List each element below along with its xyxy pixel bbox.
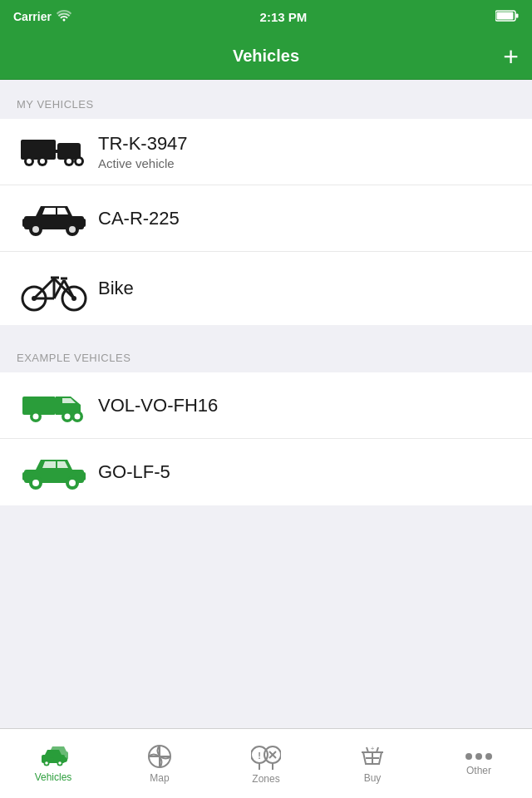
vehicle-info-car-225: CA-R-225 [91, 208, 515, 229]
content-area: MY VEHICLES [0, 80, 532, 728]
nav-title: Vehicles [233, 47, 299, 66]
vehicle-info-golf: GO-LF-5 [91, 461, 515, 483]
tab-buy-label: Buy [364, 772, 382, 784]
vehicle-name: TR-K-3947 [98, 133, 515, 155]
my-vehicles-list: TR-K-3947 Active vehicle [0, 119, 532, 325]
buy-tab-icon: + [360, 744, 385, 769]
tab-other[interactable]: Other [426, 729, 532, 798]
vehicle-info-bike: Bike [91, 278, 515, 299]
svg-point-12 [76, 159, 81, 164]
svg-point-16 [32, 226, 39, 233]
svg-point-32 [71, 296, 76, 301]
svg-rect-45 [22, 472, 27, 480]
svg-point-39 [75, 413, 81, 419]
svg-point-37 [65, 413, 71, 419]
svg-rect-1 [497, 12, 514, 19]
vehicle-name: GO-LF-5 [98, 461, 515, 483]
tab-vehicles-label: Vehicles [35, 771, 72, 783]
svg-point-71 [485, 753, 492, 760]
battery-icon [495, 10, 519, 24]
carrier-text: Carrier [13, 10, 52, 23]
svg-point-44 [69, 480, 76, 486]
wifi-icon [57, 10, 71, 24]
tab-map-label: Map [150, 772, 169, 784]
zones-tab-icon: ! [251, 743, 281, 770]
svg-point-31 [32, 296, 37, 301]
small-truck-icon-green [17, 385, 91, 426]
svg-rect-20 [81, 219, 86, 227]
vehicle-info-trk-3947: TR-K-3947 Active vehicle [91, 133, 515, 170]
svg-rect-46 [81, 472, 86, 480]
svg-rect-13 [54, 150, 59, 153]
other-tab-icon [464, 751, 494, 761]
svg-point-6 [27, 159, 32, 164]
status-left: Carrier [13, 10, 71, 24]
vehicle-name: Bike [98, 278, 515, 299]
svg-point-53 [49, 757, 54, 762]
vehicle-name: CA-R-225 [98, 208, 515, 229]
svg-point-10 [66, 159, 71, 164]
bike-icon [17, 264, 91, 313]
status-time: 2:13 PM [260, 10, 308, 24]
vehicle-info-volvo: VOL-VO-FH16 [91, 395, 515, 416]
svg-point-70 [475, 753, 482, 760]
add-vehicle-button[interactable]: + [503, 43, 519, 70]
vehicle-item-volvo[interactable]: VOL-VO-FH16 [0, 372, 532, 439]
svg-rect-19 [22, 219, 27, 227]
nav-bar: Vehicles + [0, 33, 532, 80]
svg-point-69 [466, 753, 472, 760]
status-bar: Carrier 2:13 PM [0, 0, 532, 33]
tab-buy[interactable]: + Buy [319, 729, 426, 798]
tab-zones-label: Zones [252, 773, 279, 785]
section-gap [0, 325, 532, 333]
svg-rect-2 [516, 13, 519, 17]
car-icon-green [17, 451, 91, 493]
svg-point-54 [62, 757, 67, 762]
vehicle-item-bike[interactable]: Bike [0, 252, 532, 325]
my-vehicles-header: MY VEHICLES [0, 80, 532, 119]
svg-point-35 [33, 413, 39, 419]
svg-rect-3 [21, 140, 56, 160]
tab-vehicles[interactable]: Vehicles [0, 729, 106, 798]
vehicles-tab-icon [37, 745, 70, 768]
tab-bar: Vehicles Map ! [0, 728, 532, 798]
vehicle-status: Active vehicle [98, 156, 515, 170]
svg-text:+: + [371, 745, 375, 752]
svg-text:!: ! [258, 751, 261, 761]
truck-icon [17, 131, 91, 173]
vehicle-item-trk-3947[interactable]: TR-K-3947 Active vehicle [0, 119, 532, 185]
vehicle-name: VOL-VO-FH16 [98, 395, 515, 416]
tab-other-label: Other [466, 765, 491, 776]
my-vehicles-section: MY VEHICLES [0, 80, 532, 325]
example-vehicles-section: EXAMPLE VEHICLES [0, 333, 532, 505]
example-vehicles-header: EXAMPLE VEHICLES [0, 333, 532, 372]
status-right [495, 10, 519, 24]
svg-point-49 [45, 761, 48, 765]
car-icon [17, 198, 91, 239]
svg-point-8 [40, 159, 45, 164]
svg-point-42 [32, 480, 39, 486]
example-vehicles-list: VOL-VO-FH16 [0, 372, 532, 505]
tab-map[interactable]: Map [106, 729, 213, 798]
svg-point-51 [58, 761, 62, 765]
vehicle-item-car-225[interactable]: CA-R-225 [0, 185, 532, 252]
map-tab-icon [147, 744, 172, 769]
vehicle-item-golf[interactable]: GO-LF-5 [0, 439, 532, 505]
tab-zones[interactable]: ! Zones [213, 729, 319, 798]
svg-point-18 [69, 226, 76, 233]
